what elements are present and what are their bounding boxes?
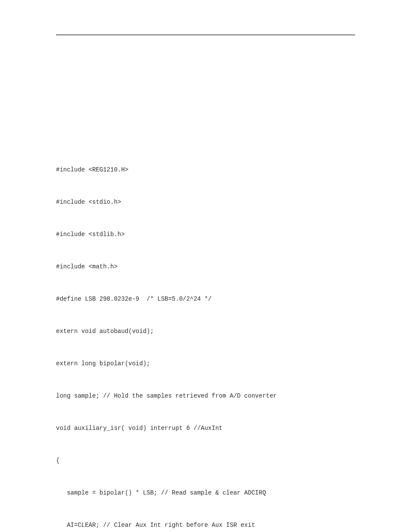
code-line: void auxiliary_isr( void) interrupt 6 //… [56,423,355,434]
code-line: #define LSB 298.0232e-9 /* LSB=5.0/2^24 … [56,294,355,305]
code-line: extern void autobaud(void); [56,326,355,337]
code-block: #include <REG1210.H> #include <stdio.h> … [56,143,355,532]
top-rule [56,34,355,35]
code-line: AI=CLEAR; // Clear Aux Int right before … [56,520,355,531]
code-line: long sample; // Hold the samples retriev… [56,391,355,401]
code-line: #include <math.h> [56,261,355,272]
code-line: sample = bipolar() * LSB; // Read sample… [56,488,355,498]
document-page: #include <REG1210.H> #include <stdio.h> … [0,0,411,532]
code-line: #include <REG1210.H> [56,165,355,175]
code-line: #include <stdlib.h> [56,229,355,240]
code-line: #include <stdio.h> [56,197,355,208]
code-line: extern long bipolar(void); [56,358,355,369]
code-line: { [56,455,355,466]
